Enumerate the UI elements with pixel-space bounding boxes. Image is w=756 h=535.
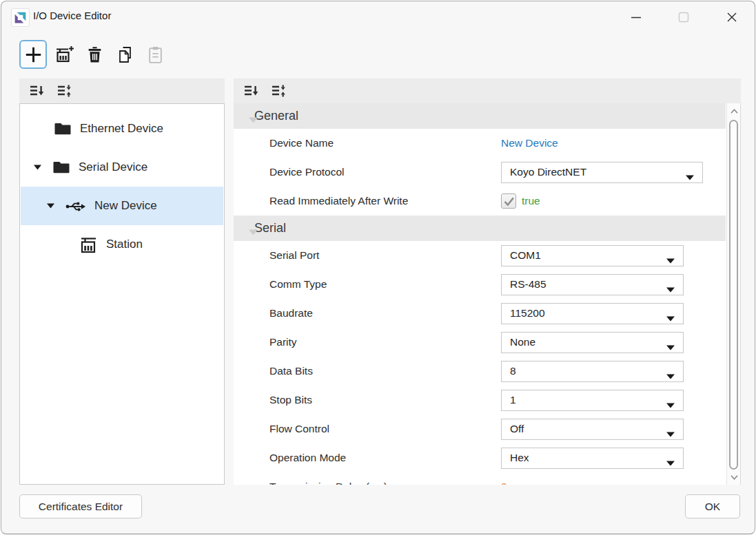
expand-arrow-icon[interactable] xyxy=(46,203,54,209)
chevron-down-icon xyxy=(666,370,675,382)
minimize-button[interactable] xyxy=(624,7,648,28)
section-header-general[interactable]: General xyxy=(234,103,726,129)
dropdown-value: 1 xyxy=(510,394,516,406)
usb-icon xyxy=(65,200,86,212)
tree-item-serial-device[interactable]: Serial Device xyxy=(21,148,223,187)
property-label: Device Name xyxy=(269,129,334,158)
dropdown-value: None xyxy=(510,336,535,348)
property-label: Parity xyxy=(269,328,297,357)
tree-item-new-device[interactable]: New Device xyxy=(21,187,223,225)
tree-item-label: Ethernet Device xyxy=(80,122,163,136)
properties-panel: General Device Name New Device Device Pr… xyxy=(234,103,741,485)
sort-collapse-icon[interactable] xyxy=(269,83,287,99)
io-device-editor-window: I/O Device Editor xyxy=(1,1,755,534)
parity-dropdown[interactable]: None xyxy=(501,332,684,353)
data-bits-dropdown[interactable]: 8 xyxy=(501,361,684,382)
copy-button[interactable] xyxy=(112,40,139,69)
sort-descending-icon[interactable] xyxy=(242,83,260,99)
station-icon xyxy=(79,236,98,253)
folder-icon xyxy=(52,160,70,174)
dropdown-value: Off xyxy=(510,423,524,435)
comm-type-dropdown[interactable]: RS-485 xyxy=(501,274,684,295)
close-icon xyxy=(726,11,738,23)
sort-descending-icon[interactable] xyxy=(28,83,45,99)
property-row-baudrate: Baudrate 115200 xyxy=(234,299,726,328)
trash-icon xyxy=(86,45,103,63)
chevron-down-icon xyxy=(666,399,675,411)
certificates-editor-button[interactable]: Certificates Editor xyxy=(19,494,142,518)
dropdown-value: RS-485 xyxy=(510,278,546,291)
property-label: Flow Control xyxy=(269,415,329,443)
property-row-parity: Parity None xyxy=(234,328,726,357)
tree-item-label: New Device xyxy=(94,199,157,213)
copy-icon xyxy=(116,45,134,64)
property-label: Serial Port xyxy=(269,241,319,270)
device-tree: Ethernet Device Serial Device xyxy=(19,103,225,485)
property-row-device-name: Device Name New Device xyxy=(234,129,726,158)
read-immediately-checkbox[interactable] xyxy=(501,193,516,209)
chevron-down-icon xyxy=(686,171,694,183)
dropdown-value: 115200 xyxy=(510,307,545,319)
check-icon xyxy=(503,196,515,207)
device-protocol-dropdown[interactable]: Koyo DirectNET xyxy=(501,162,703,183)
certificates-editor-label: Certificates Editor xyxy=(39,501,123,513)
window-title: I/O Device Editor xyxy=(33,10,111,21)
dropdown-value: Hex xyxy=(510,452,529,464)
maximize-button xyxy=(672,7,695,28)
clipboard-icon xyxy=(147,45,164,64)
title-bar: I/O Device Editor xyxy=(1,1,755,33)
tree-item-station[interactable]: Station xyxy=(21,225,223,264)
section-collapse-icon[interactable] xyxy=(249,226,258,238)
app-logo-icon xyxy=(11,8,30,27)
baudrate-dropdown[interactable]: 115200 xyxy=(501,303,684,324)
sort-collapse-icon[interactable] xyxy=(55,83,73,99)
maximize-icon xyxy=(677,11,690,23)
ok-button[interactable]: OK xyxy=(685,494,740,518)
property-label: Stop Bits xyxy=(269,386,312,415)
tree-header-strip xyxy=(19,78,225,103)
properties-header-strip xyxy=(234,78,741,103)
property-row-device-protocol: Device Protocol Koyo DirectNET xyxy=(234,158,726,187)
property-row-operation-mode: Operation Mode Hex xyxy=(234,443,726,472)
chevron-down-icon xyxy=(666,428,675,440)
chevron-down-icon xyxy=(666,254,675,266)
property-label: Transmission Delay (ms) xyxy=(269,472,387,485)
delete-button[interactable] xyxy=(81,40,108,69)
property-label: Operation Mode xyxy=(269,443,346,472)
dropdown-value: Koyo DirectNET xyxy=(510,166,586,178)
property-row-comm-type: Comm Type RS-485 xyxy=(234,270,726,299)
add-station-button[interactable] xyxy=(51,40,79,69)
scrollbar-thumb[interactable] xyxy=(729,120,738,470)
device-name-value[interactable]: New Device xyxy=(501,137,558,149)
operation-mode-dropdown[interactable]: Hex xyxy=(501,448,684,469)
minimize-icon xyxy=(630,11,642,23)
stop-bits-dropdown[interactable]: 1 xyxy=(501,390,684,411)
tree-item-label: Serial Device xyxy=(79,160,147,174)
expand-arrow-icon[interactable] xyxy=(33,165,41,170)
property-label: Comm Type xyxy=(269,270,327,299)
property-row-flow-control: Flow Control Off xyxy=(234,415,726,443)
flow-control-dropdown[interactable]: Off xyxy=(501,419,684,440)
add-device-button[interactable] xyxy=(19,40,47,69)
checkbox-value-label: true xyxy=(522,195,540,207)
ok-label: OK xyxy=(705,501,720,513)
dropdown-value: COM1 xyxy=(510,249,541,262)
scroll-down-icon[interactable] xyxy=(727,471,741,483)
section-collapse-icon[interactable] xyxy=(249,114,258,126)
tree-item-ethernet-device[interactable]: Ethernet Device xyxy=(21,109,223,148)
transmission-delay-value[interactable]: 0 xyxy=(501,481,507,485)
chevron-down-icon xyxy=(666,283,675,295)
chevron-down-icon xyxy=(666,341,675,353)
property-label: Device Protocol xyxy=(269,158,345,187)
serial-port-dropdown[interactable]: COM1 xyxy=(501,245,684,266)
section-title: Serial xyxy=(254,221,286,235)
station-plus-icon xyxy=(55,45,74,63)
plus-icon xyxy=(24,45,43,64)
chevron-down-icon xyxy=(666,457,675,469)
dropdown-value: 8 xyxy=(510,365,516,377)
section-header-serial[interactable]: Serial xyxy=(234,216,726,241)
close-button[interactable] xyxy=(720,7,744,28)
scroll-up-icon[interactable] xyxy=(727,105,741,117)
vertical-scrollbar[interactable] xyxy=(726,103,740,485)
property-label: Read Immediately After Write xyxy=(269,187,408,216)
